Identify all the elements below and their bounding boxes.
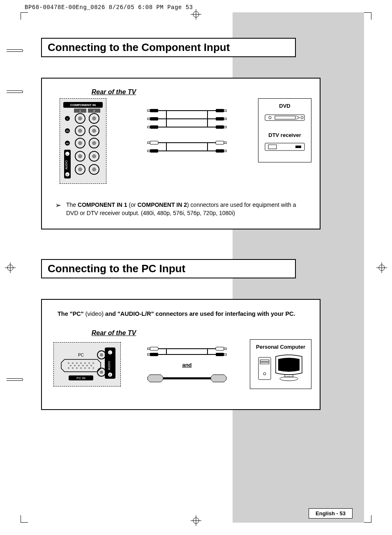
svg-rect-56 xyxy=(216,109,224,112)
svg-text:R: R xyxy=(109,374,111,376)
svg-point-102 xyxy=(90,365,92,366)
svg-point-97 xyxy=(70,365,71,366)
svg-line-83 xyxy=(296,118,300,119)
svg-rect-59 xyxy=(150,125,158,129)
dvd-player-icon xyxy=(264,112,305,123)
note-arrow-icon: ➢ xyxy=(55,200,61,217)
svg-point-108 xyxy=(88,367,90,369)
svg-point-95 xyxy=(88,362,90,364)
svg-rect-74 xyxy=(216,149,224,153)
svg-text:PC: PC xyxy=(78,353,84,357)
svg-point-93 xyxy=(80,362,82,364)
video-cable-svg xyxy=(146,107,228,131)
svg-point-47 xyxy=(78,167,82,171)
svg-point-35 xyxy=(92,141,96,145)
svg-rect-130 xyxy=(148,348,150,350)
registration-mark-left xyxy=(5,262,16,273)
note-text: The COMPONENT IN 1 (or COMPONENT IN 2) c… xyxy=(66,201,307,217)
svg-rect-75 xyxy=(148,142,150,144)
svg-text:COMPONENT IN: COMPONENT IN xyxy=(70,103,96,107)
svg-rect-136 xyxy=(260,360,269,361)
crop-mark-br xyxy=(364,515,371,523)
svg-text:2: 2 xyxy=(93,109,95,112)
svg-rect-58 xyxy=(216,117,224,120)
svg-point-104 xyxy=(72,367,74,369)
svg-rect-127 xyxy=(216,347,224,350)
svg-rect-77 xyxy=(148,150,150,152)
svg-point-107 xyxy=(84,367,86,369)
crop-mark-tl xyxy=(21,12,28,20)
heading-component-text: Connecting to the Component Input xyxy=(48,41,230,53)
svg-point-100 xyxy=(82,365,84,366)
svg-text:R: R xyxy=(67,174,69,176)
pc-content-box: The "PC" (video) and "AUDIO-L/R" connect… xyxy=(41,299,321,410)
svg-point-45 xyxy=(92,154,96,158)
pc-audio-cable-svg xyxy=(146,345,228,358)
heading-component: Connecting to the Component Input xyxy=(41,38,296,57)
svg-point-33 xyxy=(78,141,82,145)
svg-text:Y: Y xyxy=(67,118,68,120)
svg-point-92 xyxy=(76,362,78,364)
svg-rect-81 xyxy=(275,116,295,119)
svg-point-23 xyxy=(92,116,96,120)
component-in-panel-svg: COMPONENT IN 1 2 Y PB PR xyxy=(62,101,104,179)
crop-mark-tr xyxy=(364,12,371,20)
svg-point-21 xyxy=(78,116,82,120)
audio-cable-svg xyxy=(146,139,228,155)
svg-rect-66 xyxy=(224,126,226,128)
device-box-1: DVD DTV receiver xyxy=(258,98,311,162)
svg-rect-61 xyxy=(148,110,150,111)
svg-point-103 xyxy=(68,367,69,369)
component-content-box: Rear of the TV COMPONENT IN 1 2 Y xyxy=(41,78,321,229)
svg-point-27 xyxy=(78,129,82,133)
pc-in-panel: PC AUDIO L R PC IN xyxy=(53,342,121,387)
svg-rect-128 xyxy=(150,353,158,356)
svg-text:1: 1 xyxy=(79,109,81,112)
svg-text:AUDIO: AUDIO xyxy=(65,160,68,169)
heading-pc: Connecting to the PC Input xyxy=(41,259,296,278)
svg-rect-64 xyxy=(224,118,226,120)
svg-rect-63 xyxy=(148,118,150,120)
svg-point-29 xyxy=(92,129,96,133)
pc-in-panel-svg: PC AUDIO L R PC IN xyxy=(56,345,118,382)
svg-point-105 xyxy=(76,367,78,369)
svg-text:PR: PR xyxy=(66,142,69,145)
svg-point-138 xyxy=(263,373,266,375)
svg-point-84 xyxy=(301,116,303,119)
svg-point-80 xyxy=(269,116,271,119)
svg-point-90 xyxy=(68,362,69,364)
svg-rect-137 xyxy=(260,362,269,364)
svg-rect-76 xyxy=(224,142,226,144)
svg-rect-73 xyxy=(150,149,158,153)
svg-rect-65 xyxy=(148,126,150,128)
dtv-label: DTV receiver xyxy=(263,132,307,138)
vga-cable-svg xyxy=(146,372,228,384)
personal-computer-icon xyxy=(256,353,305,382)
svg-point-117 xyxy=(100,353,103,357)
svg-line-82 xyxy=(296,116,300,118)
svg-rect-131 xyxy=(224,348,226,350)
svg-point-99 xyxy=(78,365,80,366)
svg-rect-72 xyxy=(216,141,224,144)
svg-text:PB: PB xyxy=(66,130,69,132)
svg-rect-79 xyxy=(265,115,304,120)
svg-rect-55 xyxy=(150,109,158,112)
svg-rect-62 xyxy=(224,110,226,111)
crop-mark-bl xyxy=(21,515,28,523)
svg-point-101 xyxy=(86,365,88,366)
print-slug: BP68-00478E-00Eng_0826 8/26/05 6:08 PM P… xyxy=(25,4,193,11)
svg-rect-87 xyxy=(295,146,301,148)
pc-note: The "PC" (video) and "AUDIO-L/R" connect… xyxy=(50,310,311,318)
svg-point-106 xyxy=(80,367,82,369)
svg-rect-133 xyxy=(224,354,226,355)
dtv-receiver-icon xyxy=(264,141,305,152)
pc-cable-group: and xyxy=(128,345,246,384)
dvd-label: DVD xyxy=(263,103,307,109)
rear-of-tv-label-1: Rear of the TV xyxy=(79,88,149,96)
svg-rect-126 xyxy=(150,347,158,350)
svg-point-98 xyxy=(74,365,76,366)
svg-text:PC IN: PC IN xyxy=(76,376,85,380)
device-box-pc: Personal Computer xyxy=(250,339,311,389)
svg-rect-132 xyxy=(148,354,150,355)
svg-point-91 xyxy=(72,362,74,364)
